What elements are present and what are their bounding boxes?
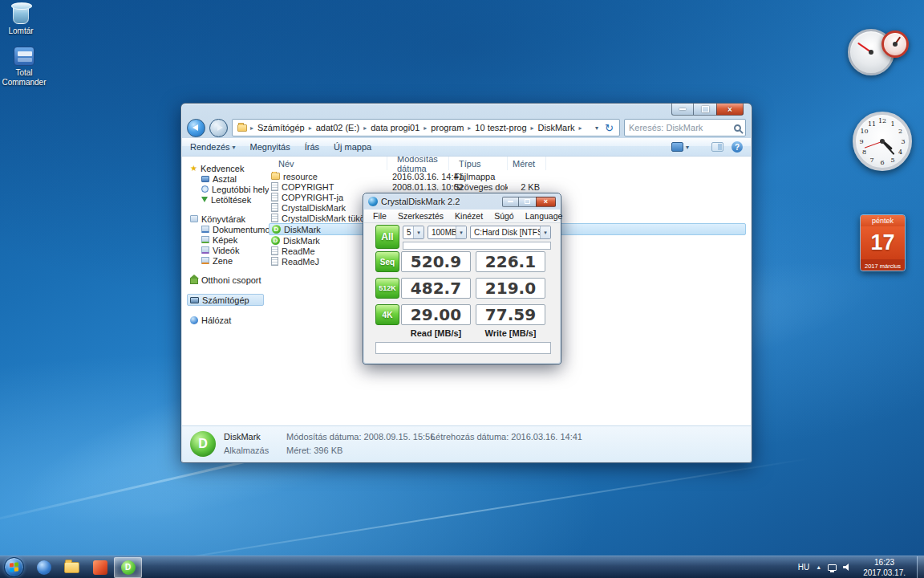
back-button[interactable] [187, 119, 205, 137]
text-file-icon [271, 193, 278, 201]
ram-meter-gadget[interactable] [881, 31, 909, 58]
sidebar-item-favorites[interactable]: ★ Kedvencek [190, 163, 269, 173]
menu-language[interactable]: Language [520, 211, 569, 221]
breadcrumb-current[interactable]: DiskMark [535, 123, 578, 132]
sidebar-item-recent-places[interactable]: Legutóbbi helyek [190, 184, 269, 194]
crystaldiskmark-client: All 5 ▾ 100MB ▾ C:Hard Disk [NTFS] ▾ Seq… [364, 223, 560, 363]
taskbar-clock[interactable]: 16:23 2017.03.17. [858, 557, 910, 578]
search-input[interactable] [629, 123, 732, 132]
taskbar-icon-diskmark-active[interactable] [114, 557, 142, 578]
burn-button[interactable]: Írás [305, 142, 319, 152]
512k-test-button[interactable]: 512K [375, 278, 399, 299]
address-history-dropdown-icon[interactable]: ▾ [592, 124, 602, 132]
column-header-name[interactable]: Név [269, 157, 387, 170]
desktop-icon-label: Lomtár [8, 26, 33, 35]
sidebar-item-computer[interactable]: Számítógép [187, 294, 264, 306]
desktop-icon-recycle-bin[interactable]: Lomtár [0, 5, 47, 36]
window-controls: × [671, 104, 744, 116]
calendar-gadget[interactable]: péntek 17 2017 március [860, 214, 906, 271]
menu-bar: File Szerkesztés Kinézet Súgó Language [364, 210, 560, 223]
menu-edit[interactable]: Szerkesztés [392, 211, 449, 221]
address-bar[interactable]: ▸ Számítógép ▸ adat02 (E:) ▸ data progi0… [232, 119, 620, 136]
organize-button[interactable]: Rendezés ▾ [190, 142, 236, 152]
breadcrumb-drive[interactable]: adat02 (E:) [313, 123, 363, 132]
videos-library-icon [201, 246, 209, 254]
sidebar-item-label: Dokumentumok [213, 225, 269, 234]
breadcrumb-folder[interactable]: data progi01 [367, 123, 423, 132]
crystaldiskmark-window: CrystalDiskMark 2.2 × File Szerkesztés K… [363, 193, 561, 364]
seq-read-value: 520.9 [401, 251, 471, 272]
help-button[interactable]: ? [732, 141, 743, 153]
close-button[interactable]: × [716, 104, 744, 116]
desktop: Lomtár Total Commander 12 1 2 3 4 5 6 7 … [0, 0, 924, 578]
language-indicator[interactable]: HU [798, 563, 809, 572]
menu-view[interactable]: Kinézet [449, 211, 488, 221]
file-row[interactable]: COPYRIGHT 2008.01.13. 10:02 Szöveges dok… [269, 181, 751, 192]
network-icon[interactable] [828, 564, 837, 571]
4k-read-value: 29.00 [401, 304, 471, 325]
search-box[interactable] [624, 119, 746, 136]
details-file-type: Alkalmazás [224, 446, 269, 455]
open-button[interactable]: Megnyitás [250, 142, 290, 152]
sidebar-item-network[interactable]: Hálózat [190, 315, 269, 325]
sidebar-item-label: Számítógép [202, 295, 249, 305]
menu-file[interactable]: File [367, 211, 392, 221]
4k-test-button[interactable]: 4K [375, 304, 399, 325]
sidebar-item-music[interactable]: Zene [190, 255, 269, 266]
all-test-button[interactable]: All [375, 225, 399, 249]
start-button[interactable] [4, 557, 24, 577]
views-icon [671, 142, 683, 152]
gauge-hub [893, 42, 898, 47]
close-button[interactable]: × [536, 197, 556, 207]
sidebar-gap [190, 306, 269, 315]
test-size-value: 100MB [432, 228, 456, 237]
clock-gadget[interactable]: 12 1 2 3 4 5 6 7 8 9 10 11 [853, 112, 912, 171]
preview-pane-button[interactable] [711, 142, 723, 152]
minimize-button[interactable] [671, 104, 694, 116]
minimize-button[interactable] [502, 197, 519, 207]
calendar-weekday: péntek [861, 215, 905, 226]
sidebar-item-downloads[interactable]: Letöltések [190, 194, 269, 205]
sidebar-item-label: Hálózat [201, 315, 231, 325]
sidebar-item-libraries[interactable]: Könyvtárak [190, 214, 269, 224]
test-count-select[interactable]: 5 ▾ [403, 226, 424, 239]
desktop-icon-total-commander[interactable]: Total Commander [0, 47, 50, 87]
column-header-modified[interactable]: Módosítás dátuma [387, 157, 449, 170]
forward-button[interactable] [209, 119, 228, 137]
libraries-icon [190, 215, 198, 222]
sidebar-item-videos[interactable]: Videók [190, 245, 269, 255]
document-file-icon [271, 214, 278, 222]
seq-write-value: 226.1 [476, 251, 545, 272]
recent-places-icon [201, 185, 209, 193]
breadcrumb-folder[interactable]: program [428, 123, 467, 132]
menu-help[interactable]: Súgó [488, 211, 520, 221]
command-toolbar: Rendezés ▾ Megnyitás Írás Új mappa ▾ ? [182, 138, 751, 157]
taskbar-icon-app-red[interactable] [86, 557, 114, 578]
show-hidden-icons-button[interactable]: ▲ [816, 564, 821, 570]
maximize-button[interactable] [519, 197, 536, 207]
breadcrumb-folder[interactable]: 10 teszt-prog [472, 123, 529, 132]
crystaldiskmark-titlebar[interactable]: CrystalDiskMark 2.2 × [363, 193, 561, 210]
breadcrumb-computer[interactable]: Számítógép [254, 123, 308, 132]
maximize-button[interactable] [694, 104, 716, 116]
test-size-select[interactable]: 100MB ▾ [428, 226, 467, 239]
change-view-button[interactable]: ▾ [671, 142, 689, 152]
sidebar-item-pictures[interactable]: Képek [190, 234, 269, 245]
taskb ar-icon-explorer[interactable] [58, 557, 86, 578]
volume-icon[interactable] [843, 564, 852, 572]
column-header-type[interactable]: Típus [449, 157, 508, 170]
seq-test-button[interactable]: Seq [375, 251, 399, 272]
sidebar-item-desktop[interactable]: Asztal [190, 173, 269, 184]
comment-field[interactable] [375, 342, 551, 354]
column-header-size[interactable]: Méret [508, 157, 546, 170]
sidebar-item-documents[interactable]: Dokumentumok [190, 224, 269, 234]
taskbar-icon-app-blue[interactable] [30, 557, 58, 578]
file-row[interactable]: resource 2016.03.16. 14:41 Fájlmappa [269, 171, 751, 181]
sidebar-item-homegroup[interactable]: Otthoni csoport [190, 275, 269, 285]
clock-number: 7 [869, 156, 873, 163]
refresh-icon[interactable]: ↻ [602, 122, 617, 134]
drive-select[interactable]: C:Hard Disk [NTFS] ▾ [470, 226, 551, 239]
file-name: resource [283, 172, 318, 181]
new-folder-button[interactable]: Új mappa [334, 142, 371, 152]
show-desktop-button[interactable] [917, 556, 924, 578]
